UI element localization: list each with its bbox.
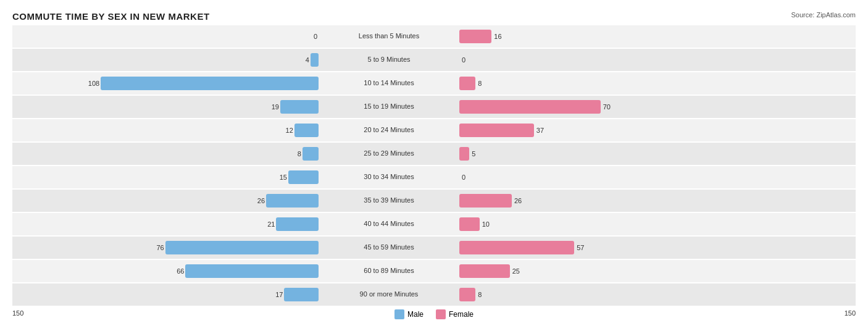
female-value: 0 (462, 56, 465, 64)
female-value: 25 (512, 267, 520, 275)
male-value: 21 (267, 220, 275, 228)
bar-label: Less than 5 Minutes (321, 32, 457, 40)
male-bar (311, 53, 319, 67)
female-value: 8 (478, 80, 482, 87)
female-value: 8 (478, 291, 482, 298)
bar-row: 2140 to 44 Minutes10 (12, 213, 856, 235)
male-value: 19 (272, 103, 279, 111)
female-bar (459, 264, 510, 278)
bar-row: 45 to 9 Minutes0 (12, 49, 856, 71)
bar-label: 20 to 24 Minutes (321, 126, 457, 134)
bar-label: 35 to 39 Minutes (321, 196, 457, 204)
right-section: 10 (457, 213, 766, 235)
bar-label: 60 to 89 Minutes (321, 267, 457, 275)
male-value: 4 (306, 56, 309, 64)
male-value: 76 (156, 244, 164, 251)
axis-left: 150 (12, 309, 37, 317)
bar-label: 10 to 14 Minutes (321, 79, 457, 87)
bar-row: 1915 to 19 Minutes70 (12, 96, 856, 118)
female-value: 57 (577, 244, 584, 251)
male-bar (185, 264, 319, 278)
male-bar (165, 241, 319, 254)
male-value: 12 (286, 127, 293, 134)
bar-row: 2635 to 39 Minutes26 (12, 190, 856, 212)
male-bar (276, 217, 319, 231)
bar-row: 0Less than 5 Minutes16 (12, 25, 856, 48)
male-bar (294, 124, 319, 137)
male-value: 17 (275, 291, 283, 298)
right-section: 25 (457, 260, 766, 282)
left-section: 21 (12, 213, 321, 235)
bar-label: 25 to 29 Minutes (321, 149, 457, 157)
bar-row: 825 to 29 Minutes5 (12, 143, 856, 165)
male-bar (280, 100, 319, 114)
right-section: 8 (457, 72, 766, 94)
bar-row: 7645 to 59 Minutes57 (12, 237, 856, 259)
right-section: 26 (457, 190, 766, 212)
left-section: 8 (12, 143, 321, 165)
female-value: 0 (462, 174, 465, 181)
female-bar (459, 241, 574, 254)
male-bar (284, 288, 319, 301)
right-section: 8 (457, 283, 766, 306)
female-value: 5 (472, 150, 475, 157)
right-section: 0 (457, 166, 766, 188)
left-section: 108 (12, 72, 321, 94)
bar-row: 6660 to 89 Minutes25 (12, 260, 856, 282)
left-section: 19 (12, 96, 321, 118)
bar-label: 30 to 34 Minutes (321, 173, 457, 181)
legend-male: Male (394, 309, 424, 319)
bar-label: 15 to 19 Minutes (321, 103, 457, 111)
female-legend-box (436, 309, 446, 319)
left-section: 12 (12, 119, 321, 141)
female-value: 16 (494, 33, 501, 40)
chart-container: COMMUTE TIME BY SEX IN NEW MARKET Source… (0, 0, 868, 323)
male-value: 66 (177, 267, 184, 275)
bar-label: 40 to 44 Minutes (321, 220, 457, 228)
female-legend-label: Female (449, 310, 474, 319)
right-section: 5 (457, 143, 766, 165)
female-bar (459, 100, 601, 114)
left-section: 15 (12, 166, 321, 188)
axis-right: 150 (831, 309, 856, 317)
female-bar (459, 30, 491, 43)
left-section: 17 (12, 283, 321, 306)
left-section: 0 (12, 25, 321, 48)
male-value: 0 (314, 33, 317, 40)
female-value: 26 (514, 197, 522, 204)
female-bar (459, 147, 469, 161)
female-bar (459, 77, 475, 90)
bar-label: 90 or more Minutes (321, 290, 457, 298)
right-section: 16 (457, 25, 766, 48)
male-legend-box (394, 309, 404, 319)
left-section: 66 (12, 260, 321, 282)
male-bar (303, 147, 319, 161)
right-section: 37 (457, 119, 766, 141)
female-value: 37 (536, 127, 544, 134)
female-value: 70 (603, 103, 611, 111)
male-value: 15 (280, 174, 287, 181)
bar-row: 1790 or more Minutes8 (12, 283, 856, 306)
right-section: 70 (457, 96, 766, 118)
right-section: 57 (457, 237, 766, 259)
male-value: 8 (298, 150, 301, 157)
bar-row: 1530 to 34 Minutes0 (12, 166, 856, 188)
left-section: 4 (12, 49, 321, 71)
male-bar (288, 170, 319, 184)
male-value: 26 (257, 197, 265, 204)
male-value: 108 (88, 80, 99, 87)
bar-row: 10810 to 14 Minutes8 (12, 72, 856, 94)
right-section: 0 (457, 49, 766, 71)
legend: Male Female (394, 309, 474, 319)
bottom-area: 150 Male Female 150 (12, 307, 856, 319)
bars-area: 0Less than 5 Minutes1645 to 9 Minutes010… (12, 25, 856, 306)
female-bar (459, 288, 475, 301)
female-value: 10 (482, 220, 490, 228)
male-bar (101, 77, 319, 90)
left-section: 76 (12, 237, 321, 259)
left-section: 26 (12, 190, 321, 212)
female-bar (459, 194, 512, 208)
bar-label: 45 to 59 Minutes (321, 243, 457, 251)
female-bar (459, 217, 480, 231)
bar-label: 5 to 9 Minutes (321, 56, 457, 64)
